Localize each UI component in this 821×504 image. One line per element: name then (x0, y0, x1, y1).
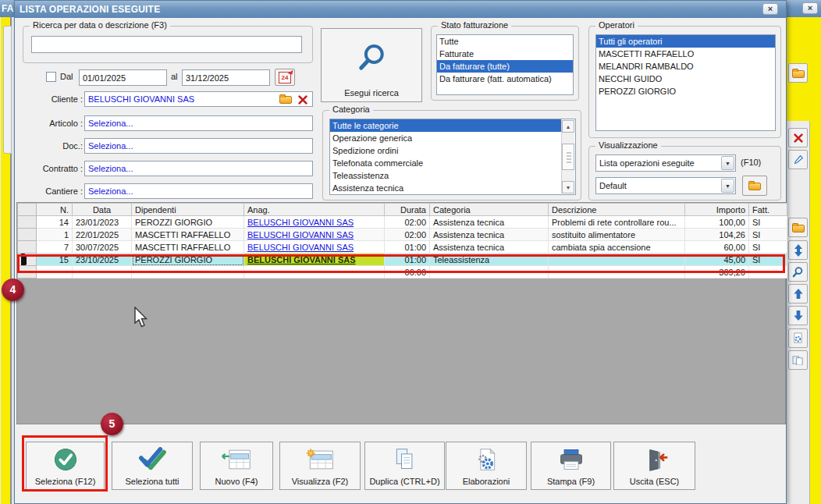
col-header-fatt[interactable]: Fatt. (749, 204, 787, 216)
seleziona-button[interactable]: Seleziona (F12) (26, 442, 105, 490)
total-durata: 06:00 (385, 266, 430, 279)
layout-folder-button[interactable] (742, 176, 767, 196)
date-range-checkbox[interactable] (46, 72, 56, 82)
table-row[interactable]: 7 30/07/2025 MASCETTI RAFFAELLO BELUSCHI… (18, 241, 787, 254)
scroll-down-icon[interactable]: ▼ (562, 181, 574, 193)
list-item[interactable]: Da fatturare (fatt. automatica) (437, 73, 573, 85)
list-item[interactable]: PEROZZI GIORGIO (596, 85, 775, 98)
list-item[interactable]: Tutte (437, 35, 573, 48)
col-header-anag[interactable]: Anag. (244, 204, 385, 216)
categoria-groupbox: Categoria Tutte le categorie Operazione … (322, 110, 581, 201)
clear-cliente-icon[interactable] (297, 94, 308, 105)
list-item[interactable]: Telefonata commerciale (330, 157, 575, 169)
cantiere-field[interactable]: Seleziona... (84, 183, 313, 199)
duplica-button[interactable]: Duplica (CTRL+D) (364, 442, 445, 490)
list-item[interactable]: MELANDRI RAMBALDO (596, 60, 775, 73)
col-header-data[interactable]: Data (73, 204, 132, 216)
folder-icon[interactable] (279, 94, 292, 104)
esegui-ricerca-button[interactable]: Esegui ricerca (321, 28, 422, 102)
stampa-button[interactable]: Stampa (F9) (531, 442, 611, 490)
scroll-thumb[interactable] (562, 144, 574, 170)
duplicate-icon (393, 447, 418, 472)
date-to-input[interactable] (182, 69, 270, 86)
elaborazioni-button[interactable]: Elaborazioni (446, 442, 527, 490)
articolo-label: Articolo : (15, 115, 83, 131)
background-window-title-fragment: FA (0, 0, 14, 17)
search-icon (354, 41, 389, 76)
search-groupbox: Ricerca per data o descrizione (F3) (23, 26, 313, 63)
col-header-durata[interactable]: Durata (385, 204, 430, 216)
list-item[interactable]: Spedizione ordini (330, 144, 575, 157)
find-docs-icon[interactable] (788, 350, 808, 370)
articolo-field[interactable]: Seleziona... (84, 115, 313, 131)
annotation-badge-4: 4 (2, 279, 24, 301)
contratto-label: Contratto : (15, 161, 83, 176)
sort-updown-icon[interactable] (788, 240, 808, 260)
nuovo-button[interactable]: Nuovo (F4) (200, 442, 273, 490)
close-button[interactable]: × (762, 3, 778, 15)
list-item-selected[interactable]: Tutte le categorie (330, 119, 561, 132)
chevron-down-icon[interactable]: ▼ (721, 179, 734, 193)
col-header-descrizione[interactable]: Descrizione (549, 204, 685, 216)
col-header-dipendenti[interactable]: Dipendenti (132, 204, 244, 216)
chevron-down-icon[interactable]: ▼ (721, 156, 734, 170)
list-item[interactable]: Teleassistenza (330, 169, 575, 182)
table-row[interactable]: 14 23/01/2023 PEROZZI GIORGIO BELUSCHI G… (18, 216, 787, 229)
list-item[interactable]: MASCETTI RAFFAELLO (596, 48, 775, 60)
list-item[interactable]: NECCHI GUIDO (596, 73, 775, 85)
list-item-selected[interactable]: Tutti gli operatori (596, 35, 775, 48)
folder-icon[interactable] (788, 218, 808, 237)
anag-link[interactable]: BELUSCHI GIOVANNI SAS (247, 230, 354, 240)
edit-pencil-icon[interactable] (788, 150, 808, 169)
delete-x-icon[interactable] (788, 128, 808, 147)
dialog-lista-operazioni: LISTA OPERAZIONI ESEGUITE × Ricerca per … (14, 0, 787, 504)
uscita-button[interactable]: Uscita (ESC) (613, 442, 695, 490)
anag-link[interactable]: BELUSCHI GIOVANNI SAS (247, 255, 356, 264)
arrow-up-icon[interactable] (788, 284, 808, 303)
table-row[interactable]: 1 22/01/2025 MASCETTI RAFFAELLO BELUSCHI… (18, 229, 787, 241)
categoria-listbox: Tutte le categorie Operazione generica S… (329, 119, 576, 195)
search-input[interactable] (31, 36, 302, 53)
folder-icon (748, 181, 761, 190)
double-check-icon (137, 447, 167, 472)
total-importo: 309,26 (685, 266, 749, 279)
list-item[interactable]: Fatturate (437, 48, 573, 60)
contratto-field[interactable]: Seleziona... (84, 161, 313, 176)
background-panel-left (3, 26, 12, 154)
anag-link[interactable]: BELUSCHI GIOVANNI SAS (247, 243, 354, 252)
layout-dropdown[interactable]: Default ▼ (595, 177, 736, 194)
background-window-right: × (787, 0, 821, 504)
new-record-icon (221, 448, 252, 471)
list-item[interactable]: Operazione generica (330, 132, 575, 144)
cantiere-label: Cantiere : (15, 183, 83, 199)
dialog-titlebar: LISTA OPERAZIONI ESEGUITE × (15, 1, 786, 18)
cliente-field[interactable]: BELUSCHI GIOVANNI SAS (84, 91, 313, 107)
list-item-selected[interactable]: Da fatturare (tutte) (437, 60, 573, 73)
table-total-row: 06:00 309,26 (18, 266, 787, 279)
categoria-scrollbar[interactable]: ▲ ▼ (561, 120, 574, 193)
seleziona-tutti-button[interactable]: Seleziona tutti (112, 442, 193, 490)
calendar-button[interactable]: 24 (275, 69, 295, 86)
stato-fatturazione-label: Stato fatturazione (438, 20, 511, 30)
folder-icon[interactable] (788, 63, 808, 83)
check-circle-icon (53, 447, 78, 472)
background-close-button[interactable]: × (802, 2, 818, 14)
settings-doc-icon[interactable] (788, 328, 808, 348)
table-row-selected[interactable]: 15 23/10/2025 PEROZZI GIORGIO BELUSCHI G… (18, 254, 787, 266)
view-dropdown[interactable]: Lista operazioni eseguite ▼ (595, 154, 736, 172)
anag-link[interactable]: BELUSCHI GIOVANNI SAS (247, 218, 354, 227)
visualizza-button[interactable]: Visualizza (F2) (279, 442, 361, 490)
col-header-categoria[interactable]: Categoria (430, 204, 549, 216)
scroll-up-icon[interactable]: ▲ (562, 120, 574, 133)
categoria-label: Categoria (329, 105, 373, 114)
col-header-importo[interactable]: Importo (685, 204, 749, 216)
stato-fatturazione-listbox: Tutte Fatturate Da fatturare (tutte) Da … (436, 34, 574, 95)
list-item[interactable]: Assistenza tecnica (330, 182, 575, 194)
doc-field[interactable]: Seleziona... (84, 138, 313, 154)
calendar-icon: 24 (279, 72, 291, 83)
doc-label: Doc.: (15, 138, 83, 154)
arrow-down-icon[interactable] (788, 306, 808, 325)
date-from-input[interactable] (79, 69, 167, 86)
search-icon[interactable] (788, 262, 808, 282)
col-header-n[interactable]: N. (37, 204, 73, 216)
